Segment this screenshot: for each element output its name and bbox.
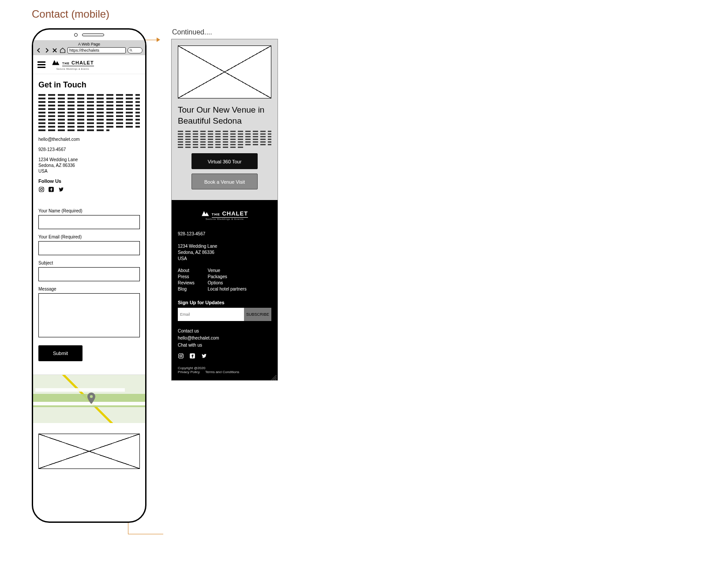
footer-nav-col2: Venue Packages Options Local hotel partn… [208, 268, 247, 293]
map-pin-icon [87, 393, 96, 406]
forward-icon[interactable] [44, 47, 50, 53]
logo-mark-icon [52, 59, 60, 68]
mobile-wireframe-phone: A Web Page https://thechalets THE CHALET… [32, 28, 146, 523]
continued-label: Continued.... [172, 28, 212, 36]
subscribe-button[interactable]: SUBSCRIBE [244, 308, 271, 321]
home-icon[interactable] [60, 47, 66, 53]
contact-phone[interactable]: 928-123-4567 [38, 147, 140, 152]
footer-logo-tagline: Sedona Weddings & Events [206, 218, 244, 220]
instagram-icon[interactable] [38, 186, 45, 194]
footer-contact-us[interactable]: Contact us [178, 328, 271, 334]
phone-speaker-icon [82, 34, 104, 36]
facebook-icon[interactable] [48, 186, 54, 194]
intro-paragraph-placeholder [38, 94, 140, 131]
resize-grip-icon[interactable] [271, 374, 277, 379]
menu-icon[interactable] [38, 61, 45, 68]
facebook-icon[interactable] [189, 353, 195, 360]
phone-hardware-top [33, 30, 145, 40]
phone-camera-icon [74, 33, 78, 37]
twitter-icon[interactable] [201, 353, 207, 360]
contact-email[interactable]: hello@thechalet.com [38, 136, 140, 142]
logo-tagline: Sedona Weddings & Events [56, 68, 89, 70]
copyright: Copyright @2020 [178, 366, 271, 370]
logo-mark-icon [201, 210, 210, 218]
email-label: Your Email (Required) [38, 234, 140, 239]
search-icon[interactable] [128, 47, 143, 53]
footer-link[interactable]: About [178, 268, 195, 273]
brand-logo[interactable]: THE CHALET Sedona Weddings & Events [52, 59, 94, 70]
follow-us-heading: Follow Us [38, 178, 140, 184]
venue-image-placeholder [178, 45, 271, 98]
email-input[interactable] [38, 241, 140, 255]
image-placeholder [38, 434, 140, 469]
footer-link[interactable]: Local hotel partners [208, 287, 247, 291]
venue-paragraph-placeholder [178, 131, 271, 148]
twitter-icon[interactable] [58, 186, 64, 194]
subject-input[interactable] [38, 267, 140, 281]
book-visit-button[interactable]: Book a Venue Visit [191, 174, 258, 189]
browser-title: A Web Page [36, 42, 143, 46]
subject-label: Subject [38, 261, 140, 265]
message-textarea[interactable] [38, 293, 140, 337]
svg-point-3 [43, 188, 43, 188]
footer-logo-text: THE CHALET [212, 210, 248, 218]
footer-address: 1234 Wedding Lane Sedona, AZ 86336 USA [178, 243, 271, 262]
signup-heading: Sign Up for Updates [178, 300, 271, 305]
message-label: Message [38, 287, 140, 291]
svg-point-7 [182, 354, 183, 355]
footer-link[interactable]: Venue [208, 268, 247, 273]
terms-link[interactable]: Terms and Conditions [205, 370, 239, 374]
footer: THE CHALET Sedona Weddings & Events 928-… [172, 200, 278, 380]
footer-link[interactable]: Packages [208, 274, 247, 279]
name-input[interactable] [38, 215, 140, 229]
footer-contact-email[interactable]: hello@thechalet.com [178, 335, 271, 341]
map-placeholder[interactable] [33, 374, 145, 423]
footer-phone[interactable]: 928-123-4567 [178, 231, 271, 237]
footer-link[interactable]: Reviews [178, 280, 195, 285]
submit-button[interactable]: Submit [38, 345, 83, 361]
svg-point-6 [180, 355, 182, 357]
contact-address: 1234 Wedding Lane Sedona, AZ 86336 USA [38, 157, 140, 174]
url-input[interactable]: https://thechalets [68, 47, 126, 53]
name-label: Your Name (Required) [38, 208, 140, 213]
footer-nav-col1: About Press Reviews Blog [178, 268, 195, 293]
instagram-icon[interactable] [178, 353, 184, 360]
app-header: THE CHALET Sedona Weddings & Events [33, 55, 145, 74]
logo-text: THE CHALET [62, 60, 94, 66]
close-icon[interactable] [52, 47, 58, 53]
footer-link[interactable]: Blog [178, 287, 195, 291]
footer-logo[interactable]: THE CHALET Sedona Weddings & Events [178, 210, 271, 220]
subscribe-email-input[interactable] [178, 308, 244, 321]
page-title: Contact (mobile) [32, 8, 109, 20]
footer-chat[interactable]: Chat with us [178, 342, 271, 348]
virtual-tour-button[interactable]: Virtual 360 Tour [191, 153, 258, 169]
back-icon[interactable] [36, 47, 42, 53]
venue-heading: Tour Our New Venue in Beautiful Sedona [178, 105, 271, 126]
svg-point-0 [130, 49, 131, 51]
mobile-wireframe-continued: Tour Our New Venue in Beautiful Sedona V… [171, 39, 278, 381]
footer-link[interactable]: Options [208, 280, 247, 285]
privacy-link[interactable]: Privacy Policy [178, 370, 200, 374]
svg-point-2 [41, 189, 43, 191]
footer-link[interactable]: Press [178, 274, 195, 279]
browser-chrome: A Web Page https://thechalets [33, 40, 145, 55]
get-in-touch-heading: Get in Touch [38, 80, 140, 90]
